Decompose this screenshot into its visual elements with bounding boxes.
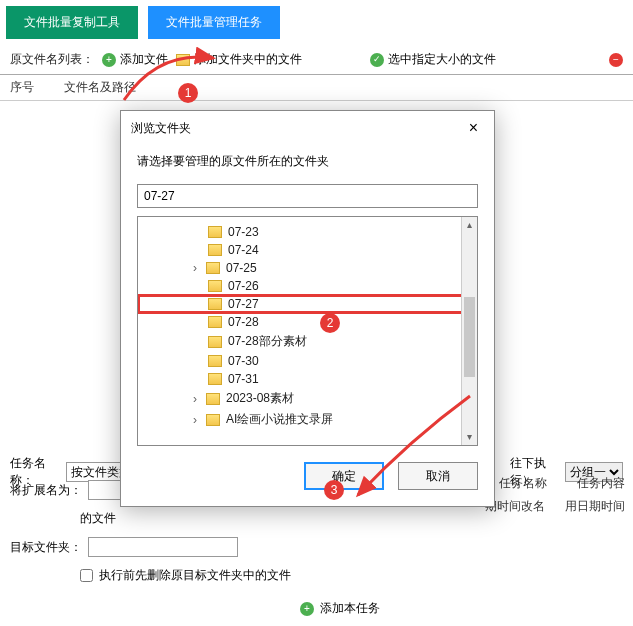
tree-item-label: 07-31: [228, 372, 259, 386]
add-task-label: 添加本任务: [320, 600, 380, 617]
tree-item[interactable]: 07-24: [138, 241, 477, 259]
right-row: 期时间改名 用日期时间: [485, 498, 625, 515]
tree-item[interactable]: 07-30: [138, 352, 477, 370]
tree-item[interactable]: 07-27: [138, 295, 477, 313]
scroll-down-icon[interactable]: ▾: [462, 429, 477, 445]
add-file-button[interactable]: + 添加文件: [102, 51, 168, 68]
folder-icon: [208, 373, 222, 385]
chevron-right-icon: ›: [190, 392, 200, 406]
list-header: 序号 文件名及路径: [0, 75, 633, 101]
folder-icon: [208, 244, 222, 256]
add-task-button[interactable]: + 添加本任务: [300, 600, 380, 617]
folder-icon: [208, 226, 222, 238]
rt-use-date: 用日期时间: [565, 498, 625, 515]
tree-item[interactable]: 07-28: [138, 313, 477, 331]
target-folder-input[interactable]: [88, 537, 238, 557]
add-folder-label: 添加文件夹中的文件: [194, 51, 302, 68]
folder-tree[interactable]: 07-2307-24›07-2507-2607-2707-2807-28部分素材…: [137, 216, 478, 446]
chevron-right-icon: ›: [190, 413, 200, 427]
tree-item-label: 07-28: [228, 315, 259, 329]
annotation-2: 2: [320, 313, 340, 333]
copy-tool-button[interactable]: 文件批量复制工具: [6, 6, 138, 39]
folder-icon: [206, 262, 220, 274]
tree-item[interactable]: ›2023-08素材: [138, 388, 477, 409]
folder-icon: [176, 54, 190, 66]
col-path: 文件名及路径: [64, 79, 136, 96]
annotation-1: 1: [178, 83, 198, 103]
delete-before-checkbox[interactable]: [80, 569, 93, 582]
minus-icon: −: [609, 53, 623, 67]
dialog-message: 请选择要管理的原文件所在的文件夹: [137, 153, 478, 170]
folder-icon: [208, 355, 222, 367]
select-by-size-button[interactable]: ✓ 选中指定大小的文件: [370, 51, 496, 68]
dialog-title: 浏览文件夹: [131, 120, 191, 137]
tree-item-label: AI绘画小说推文录屏: [226, 411, 333, 428]
target-folder-label: 目标文件夹：: [10, 539, 82, 556]
folder-icon: [208, 316, 222, 328]
check-icon: ✓: [370, 53, 384, 67]
add-file-label: 添加文件: [120, 51, 168, 68]
folder-path-input[interactable]: [137, 184, 478, 208]
tree-item-label: 07-30: [228, 354, 259, 368]
close-icon[interactable]: ×: [463, 119, 484, 137]
tree-item-label: 07-24: [228, 243, 259, 257]
rt-col-taskcontent: 任务内容: [577, 475, 625, 492]
toolbar: 原文件名列表： + 添加文件 添加文件夹中的文件 ✓ 选中指定大小的文件 −: [0, 45, 633, 75]
tree-item[interactable]: 07-26: [138, 277, 477, 295]
delete-before-label: 执行前先删除原目标文件夹中的文件: [99, 567, 291, 584]
scrollbar-vertical[interactable]: ▴ ▾: [461, 217, 477, 445]
tree-item[interactable]: 07-23: [138, 223, 477, 241]
tree-item[interactable]: 07-28部分素材: [138, 331, 477, 352]
tree-item-label: 2023-08素材: [226, 390, 294, 407]
folder-icon: [208, 280, 222, 292]
manage-task-button[interactable]: 文件批量管理任务: [148, 6, 280, 39]
browse-folder-dialog: 浏览文件夹 × 请选择要管理的原文件所在的文件夹 07-2307-24›07-2…: [120, 110, 495, 507]
source-list-label: 原文件名列表：: [10, 51, 94, 68]
remove-button[interactable]: −: [609, 53, 623, 67]
ok-button[interactable]: 确定: [304, 462, 384, 490]
task-name-input[interactable]: [66, 462, 126, 482]
tree-item[interactable]: ›07-25: [138, 259, 477, 277]
select-size-label: 选中指定大小的文件: [388, 51, 496, 68]
right-headers: 任务名称 任务内容: [499, 475, 625, 492]
folder-icon: [206, 414, 220, 426]
chevron-right-icon: ›: [190, 261, 200, 275]
plus-icon: +: [102, 53, 116, 67]
tree-item[interactable]: 07-31: [138, 370, 477, 388]
folder-icon: [208, 298, 222, 310]
folder-icon: [208, 336, 222, 348]
tree-item-label: 07-27: [228, 297, 259, 311]
tree-item-label: 07-23: [228, 225, 259, 239]
col-seq: 序号: [10, 79, 34, 96]
annotation-3: 3: [324, 480, 344, 500]
rt-col-taskname: 任务名称: [499, 475, 547, 492]
ext-label: 将扩展名为：: [10, 482, 82, 499]
scrollbar-thumb[interactable]: [464, 297, 475, 377]
tree-item-label: 07-25: [226, 261, 257, 275]
tree-item-label: 07-28部分素材: [228, 333, 307, 350]
scroll-up-icon[interactable]: ▴: [462, 217, 477, 233]
folder-icon: [206, 393, 220, 405]
plus-icon: +: [300, 602, 314, 616]
tree-item-label: 07-26: [228, 279, 259, 293]
ext-suffix-label: 的文件: [80, 510, 116, 527]
tree-item[interactable]: ›AI绘画小说推文录屏: [138, 409, 477, 430]
add-folder-files-button[interactable]: 添加文件夹中的文件: [176, 51, 302, 68]
cancel-button[interactable]: 取消: [398, 462, 478, 490]
